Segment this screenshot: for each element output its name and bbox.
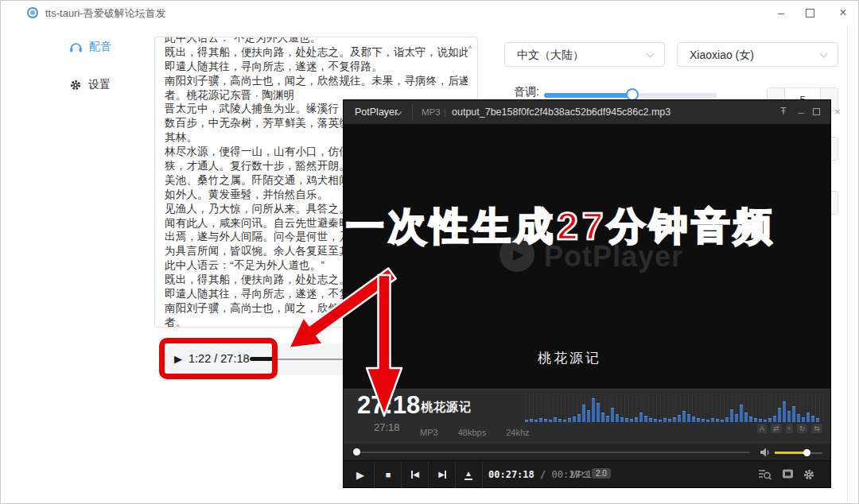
big-time-display: 27:18 bbox=[357, 391, 420, 420]
waveform-bar bbox=[644, 416, 647, 422]
waveform-bar bbox=[811, 416, 814, 422]
annotation-highlight-box bbox=[159, 338, 278, 379]
sidebar-item-label: 配音 bbox=[89, 40, 111, 54]
loop-icon[interactable]: ↻ bbox=[797, 424, 808, 433]
waveform-bar bbox=[573, 417, 576, 422]
sidebar-item-voice[interactable]: 配音 bbox=[69, 40, 111, 54]
sidebar-item-settings[interactable]: 设置 bbox=[69, 78, 111, 92]
stop-after-icon[interactable]: ▫ bbox=[786, 424, 793, 433]
potplayer-close-button[interactable]: × bbox=[830, 106, 845, 118]
potplayer-menu-button[interactable]: PotPlayer bbox=[355, 107, 398, 118]
waveform-bar bbox=[525, 420, 528, 422]
text-line: 此中人语云：“不足为外人道也。” bbox=[165, 37, 468, 45]
track-bitrate: 48kbps bbox=[458, 428, 486, 437]
waveform-bar bbox=[773, 416, 776, 422]
previous-button[interactable]: ◀ bbox=[403, 461, 427, 488]
waveform-bar bbox=[706, 420, 709, 422]
playlist-search-button[interactable] bbox=[758, 468, 772, 481]
shuffle-icon[interactable]: ⇆ bbox=[811, 424, 822, 433]
waveform-bar bbox=[749, 417, 752, 422]
annotation-text: 一次性生成27分钟音频 bbox=[346, 201, 775, 252]
next-button[interactable]: ▶ bbox=[430, 461, 454, 488]
close-button[interactable]: × bbox=[833, 4, 853, 21]
waveform-bar bbox=[740, 405, 743, 422]
maximize-button[interactable] bbox=[799, 4, 820, 21]
maximize-icon bbox=[806, 9, 814, 17]
titlebar-separator: | bbox=[444, 107, 446, 117]
waveform-bar bbox=[759, 419, 762, 422]
waveform-bar bbox=[577, 414, 581, 422]
waveform-bar bbox=[568, 418, 571, 422]
waveform-bar bbox=[754, 418, 757, 422]
waveform-bar bbox=[697, 418, 700, 422]
waveform-bar bbox=[807, 413, 810, 422]
waveform-bar bbox=[616, 414, 619, 422]
volume-slider-rest[interactable] bbox=[809, 452, 822, 454]
waveform-bar bbox=[558, 419, 562, 422]
waveform-bar bbox=[702, 419, 705, 422]
volume-icon[interactable] bbox=[760, 448, 772, 457]
settings-gear-button[interactable] bbox=[803, 468, 815, 481]
waveform-bar bbox=[725, 417, 729, 422]
sidebar-item-label: 设置 bbox=[88, 78, 111, 92]
play-button[interactable]: ▶ bbox=[348, 461, 373, 488]
seek-handle[interactable] bbox=[353, 448, 360, 456]
ab-repeat-icon[interactable]: A bbox=[757, 424, 767, 433]
waveform-bar bbox=[692, 417, 695, 422]
time-current: 00:27:18 bbox=[488, 469, 534, 480]
app-title: tts-tauri-吾爱破解论坛首发 bbox=[45, 6, 166, 21]
potplayer-maximize-button[interactable] bbox=[813, 108, 827, 115]
waveform-bar bbox=[625, 418, 628, 422]
control-panel-button[interactable] bbox=[782, 468, 794, 479]
waveform-bar bbox=[764, 420, 767, 422]
waveform-bar bbox=[744, 413, 748, 422]
waveform-bar bbox=[721, 420, 724, 422]
waveform-bar bbox=[606, 416, 609, 422]
waveform-bar bbox=[563, 420, 566, 422]
waveform-bar bbox=[716, 419, 719, 422]
waveform-bar bbox=[530, 419, 533, 422]
waveform-bar bbox=[682, 411, 686, 422]
waveform-bar bbox=[592, 398, 595, 422]
waveform-bar bbox=[802, 417, 805, 422]
waveform-bar bbox=[611, 408, 614, 422]
text-line: 南阳刘子骥，高尚士也，闻之，欣然规往。未果，寻病终，后遂无问津 bbox=[165, 74, 468, 88]
eject-button[interactable]: ▲ bbox=[457, 461, 480, 488]
waveform-bar bbox=[639, 413, 643, 422]
potplayer-info-bar: 27:18 27:18 桃花源记 MP3 48kbps 24khz A⇄▫↻⇆ bbox=[344, 389, 830, 443]
waveform-bar bbox=[534, 420, 538, 422]
volume-handle[interactable] bbox=[803, 449, 810, 456]
voice-select[interactable]: Xiaoxiao (女) bbox=[677, 42, 838, 67]
text-line: 即遣人随其往，寻向所志，遂迷，不复得路。 bbox=[165, 60, 468, 74]
stop-button[interactable]: ■ bbox=[376, 461, 400, 488]
potplayer-minimize-button[interactable]: _ bbox=[794, 103, 808, 114]
seek-track[interactable] bbox=[356, 452, 749, 453]
voice-select-value: Xiaoxiao (女) bbox=[690, 48, 754, 63]
waveform-bar bbox=[735, 414, 738, 422]
waveform-bar bbox=[792, 406, 795, 422]
waveform-bar bbox=[539, 418, 542, 422]
minimize-button[interactable]: – bbox=[771, 4, 791, 21]
pin-button[interactable]: Ŧ bbox=[776, 106, 791, 117]
track-title: 桃花源记 bbox=[421, 400, 472, 415]
language-select[interactable]: 中文（大陆） bbox=[504, 42, 665, 67]
potplayer-seek-bar[interactable] bbox=[344, 443, 830, 460]
potplayer-control-bar: ▶ ■ ◀ ▶ ▲ 00:27:18 / 00:27:18 MP3 2.0 bbox=[344, 460, 830, 487]
volume-slider[interactable] bbox=[775, 452, 807, 454]
repeat-icon[interactable]: ⇄ bbox=[771, 424, 782, 433]
pitch-label: 音调: bbox=[514, 85, 539, 99]
pitch-slider-handle[interactable] bbox=[626, 88, 639, 101]
waveform-bar bbox=[620, 417, 624, 422]
waveform-bar bbox=[678, 415, 681, 422]
media-filename: output_7be158f0fc2f4b38ac52b6df945c86c2.… bbox=[452, 107, 670, 118]
video-title: 桃花源记 bbox=[538, 349, 601, 367]
waveform-bar bbox=[549, 420, 552, 422]
waveform-bar bbox=[597, 403, 600, 422]
waveform-bar bbox=[687, 414, 690, 422]
channels-badge: 2.0 bbox=[592, 468, 611, 479]
text-line: 既出，得其船，便扶向路，处处志之。及郡下，诣太守，说如此。太守 bbox=[165, 45, 468, 60]
waveform-bar bbox=[554, 417, 557, 422]
app-window: tts-tauri-吾爱破解论坛首发 – × 配音 设置 此中人语云：“不足为外… bbox=[0, 0, 859, 504]
waveform-bar bbox=[649, 418, 652, 422]
scroll-up-icon[interactable]: ▲ bbox=[467, 43, 473, 50]
